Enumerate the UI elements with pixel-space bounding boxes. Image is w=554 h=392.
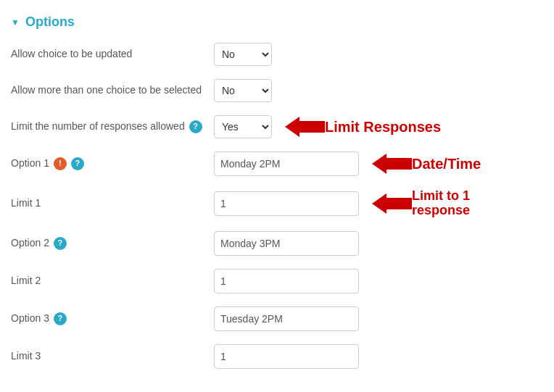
row-option-1: Option 1 ! ? Date/Time bbox=[11, 151, 543, 176]
row-limit-1: Limit 1 Limit to 1response bbox=[11, 189, 543, 218]
select-limit-responses[interactable]: Yes No bbox=[214, 115, 272, 138]
label-option-2: Option 2 ? bbox=[11, 236, 214, 251]
options-section: ▼ Options Allow choice to be updated No … bbox=[0, 7, 554, 389]
control-allow-multiple: No Yes bbox=[214, 79, 272, 102]
collapse-chevron[interactable]: ▼ bbox=[11, 17, 20, 28]
input-option-1[interactable] bbox=[214, 151, 359, 176]
control-allow-update: No Yes bbox=[214, 43, 272, 66]
control-option-2 bbox=[214, 231, 359, 256]
label-limit-1: Limit 1 bbox=[11, 196, 214, 211]
row-limit-responses: Limit the number of responses allowed ? … bbox=[11, 115, 543, 138]
input-option-2[interactable] bbox=[214, 231, 359, 256]
row-limit-2: Limit 2 bbox=[11, 269, 543, 293]
label-allow-update: Allow choice to be updated bbox=[11, 47, 214, 62]
annotation-limit-1: Limit to 1response bbox=[372, 189, 470, 218]
annotation-option-1: Date/Time bbox=[372, 154, 481, 174]
row-option-2: Option 2 ? bbox=[11, 231, 543, 256]
label-limit-2: Limit 2 bbox=[11, 274, 214, 288]
row-option-3: Option 3 ? bbox=[11, 306, 543, 331]
annotation-limit-responses: Limit Responses bbox=[285, 117, 441, 137]
label-option-1: Option 1 ! ? bbox=[11, 157, 214, 171]
control-option-1: Date/Time bbox=[214, 151, 481, 176]
input-limit-2[interactable] bbox=[214, 269, 359, 293]
section-header: ▼ Options bbox=[11, 14, 543, 30]
arrow-shaft bbox=[386, 198, 412, 209]
arrow-head-icon bbox=[285, 117, 299, 137]
arrow-shaft bbox=[299, 121, 325, 133]
control-option-3 bbox=[214, 306, 359, 331]
control-limit-responses: Yes No Limit Responses bbox=[214, 115, 441, 138]
row-allow-multiple: Allow more than one choice to be selecte… bbox=[11, 79, 543, 102]
row-allow-update: Allow choice to be updated No Yes bbox=[11, 43, 543, 66]
arrow-head-icon bbox=[372, 154, 386, 174]
annotation-text-option-1: Date/Time bbox=[412, 156, 481, 172]
info-icon-option-3[interactable]: ? bbox=[54, 312, 67, 325]
section-title: Options bbox=[25, 14, 75, 30]
label-limit-responses: Limit the number of responses allowed ? bbox=[11, 120, 214, 134]
annotation-text-limit-responses: Limit Responses bbox=[325, 119, 441, 135]
control-limit-1: Limit to 1response bbox=[214, 189, 470, 218]
warning-icon-option-1[interactable]: ! bbox=[54, 157, 67, 170]
arrow-head-icon bbox=[372, 193, 386, 214]
label-allow-multiple: Allow more than one choice to be selecte… bbox=[11, 83, 214, 98]
label-limit-3: Limit 3 bbox=[11, 349, 214, 364]
arrow-shaft bbox=[386, 158, 412, 170]
control-limit-2 bbox=[214, 269, 359, 293]
info-icon-option-1[interactable]: ? bbox=[71, 157, 84, 170]
row-limit-3: Limit 3 bbox=[11, 344, 543, 369]
control-limit-3 bbox=[214, 344, 359, 369]
info-icon-limit-responses[interactable]: ? bbox=[189, 120, 202, 133]
input-option-3[interactable] bbox=[214, 306, 359, 331]
annotation-text-limit-1: Limit to 1response bbox=[412, 189, 470, 218]
input-limit-3[interactable] bbox=[214, 344, 359, 369]
info-icon-option-2[interactable]: ? bbox=[54, 237, 67, 250]
select-allow-multiple[interactable]: No Yes bbox=[214, 79, 272, 102]
input-limit-1[interactable] bbox=[214, 191, 359, 216]
label-option-3: Option 3 ? bbox=[11, 312, 214, 326]
select-allow-update[interactable]: No Yes bbox=[214, 43, 272, 66]
